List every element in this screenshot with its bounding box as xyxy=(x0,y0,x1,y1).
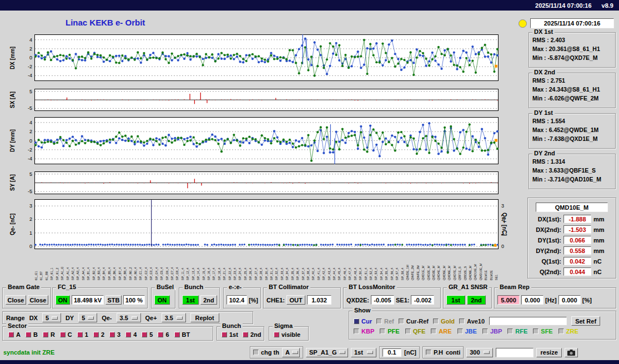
show-toggle-label: SFE xyxy=(541,328,552,335)
show-toggle-cur-ref[interactable]: Cur-Ref xyxy=(399,318,429,325)
svg-text:2: 2 xyxy=(29,46,32,52)
range-select-qe+[interactable]: 3.5 xyxy=(162,313,186,322)
show-toggle-jbe[interactable]: JBE xyxy=(457,328,477,335)
threshold-unit: [nC] xyxy=(404,349,416,356)
element-label: QXD7E_M xyxy=(453,250,456,280)
svg-text:-2: -2 xyxy=(28,64,32,69)
sector-checkbox-3[interactable]: 3 xyxy=(109,331,120,338)
show-toggle-label: KBP xyxy=(361,328,374,335)
show-toggle-pfe[interactable]: PFE xyxy=(380,328,399,335)
element-label: SP_A1_4 xyxy=(66,250,69,280)
sp-monitor-select[interactable]: SP_A1_G xyxy=(306,348,348,357)
plot-q[interactable]: 33221100 xyxy=(20,199,509,249)
sector-checkbox-label: 3 xyxy=(117,331,120,338)
sector-checkbox-a[interactable]: A xyxy=(8,331,21,338)
bunch-1st-button[interactable]: 1st xyxy=(182,295,199,305)
replot-button[interactable]: Replot xyxy=(190,313,219,322)
chg-th-label: chg th xyxy=(261,349,279,356)
show-toggle-kbp[interactable]: KBP xyxy=(354,328,374,335)
chg-th-checkbox[interactable]: chg th xyxy=(253,349,279,356)
axis-label-dy: DY [mm] xyxy=(8,117,17,164)
sector-checkbox-c[interactable]: C xyxy=(60,331,72,338)
mode-select[interactable]: A xyxy=(282,348,300,357)
axis-label-qe-plus: Qe+ [nC] xyxy=(500,199,508,249)
che1-out-button[interactable]: OUT xyxy=(286,295,305,305)
show-toggle-rfe[interactable]: RFE xyxy=(507,328,527,335)
fc15-stb-button[interactable]: STB xyxy=(105,295,122,305)
beam-gate-close-button-2[interactable]: Close xyxy=(28,295,48,305)
gr-a1-2nd-button[interactable]: 2nd xyxy=(467,295,486,305)
threshold-value[interactable]: 0.1 xyxy=(383,348,401,357)
sector-checkbox-2[interactable]: 2 xyxy=(93,331,104,338)
show-toggle-jbp[interactable]: JBP xyxy=(482,328,502,335)
show-toggle-qfe[interactable]: QFE xyxy=(405,328,426,335)
sector-checkbox-indicator xyxy=(8,332,14,337)
svg-text:-2: -2 xyxy=(28,147,32,153)
beam-gate-close-button-1[interactable]: Close xyxy=(6,295,26,305)
element-label: QXD6E_M xyxy=(447,250,451,280)
bunch-2nd-button[interactable]: 2nd xyxy=(200,295,217,305)
ref-name-input[interactable] xyxy=(489,317,567,325)
element-label: SP_C7_4 xyxy=(170,250,174,280)
status-message: syncdata init ZRE xyxy=(3,349,54,356)
range-label-qe-: Qe- xyxy=(102,315,112,321)
fc15-on-button[interactable]: ON xyxy=(56,295,70,305)
sector-checkbox-1[interactable]: 1 xyxy=(77,331,88,338)
show-toggle-ref[interactable]: Ref xyxy=(376,318,394,325)
show-toggle-ave10[interactable]: Ave10 xyxy=(459,318,485,325)
range-select-dx[interactable]: 5 xyxy=(42,313,61,322)
element-label: SP_11_4 xyxy=(181,250,184,280)
element-label: QXD5E_M xyxy=(442,250,446,280)
element-label: SP_33_4 xyxy=(280,250,284,280)
show-toggle-gold[interactable]: Gold xyxy=(433,318,455,325)
fc15-voltage-value: 18.498 kV xyxy=(72,295,104,305)
bunch-checkbox-2nd[interactable]: 2nd xyxy=(243,331,261,338)
show-toggle-are[interactable]: ARE xyxy=(431,328,451,335)
axis-label-sx: SX [A] xyxy=(8,89,17,111)
sector-checkbox-r[interactable]: R xyxy=(43,331,55,338)
element-label: QXD1E_M xyxy=(421,250,425,280)
bunch-order-select[interactable]: 1st xyxy=(351,348,376,357)
bunch-checkbox-1st[interactable]: 1st xyxy=(222,331,238,338)
show-toggle-label: PFE xyxy=(387,328,399,335)
sector-checkbox-4[interactable]: 4 xyxy=(125,331,137,338)
show-toggle-zre[interactable]: ZRE xyxy=(558,328,578,335)
element-name-axis: 61_G161_B761_B8SP_61_1SP_61_2SP_A1_GSP_A… xyxy=(34,250,499,280)
status-text-input[interactable] xyxy=(496,348,534,357)
ph-label: P.H xyxy=(434,349,443,356)
rep-count-select[interactable]: 300 xyxy=(466,348,493,357)
show-toggle-sfe[interactable]: SFE xyxy=(533,328,552,335)
ph-checkbox[interactable]: P.H xyxy=(426,349,443,356)
sector-checkbox-bt[interactable]: BT xyxy=(174,331,190,338)
beam-rep-actual-value: 0.000 xyxy=(521,295,543,305)
bunch-checkbox-indicator xyxy=(243,332,248,337)
plot-sx[interactable]: 5-5 xyxy=(20,89,509,111)
che1-label: CHE1: xyxy=(266,297,285,304)
axis-label-qe-minus: Qe- [nC] xyxy=(8,199,17,249)
camera-button[interactable] xyxy=(565,348,578,357)
element-label: SP_B8_4 xyxy=(123,250,127,280)
sector-checkbox-b[interactable]: B xyxy=(26,331,38,338)
plot-dx[interactable]: 420-2-4 xyxy=(20,34,509,81)
range-select-dy[interactable]: 5 xyxy=(78,313,97,322)
range-select-qe-[interactable]: 3.5 xyxy=(117,313,141,322)
range-label-qe+: Qe+ xyxy=(145,315,157,321)
sector-checkbox-indicator xyxy=(109,332,115,337)
resize-button[interactable]: resize xyxy=(536,348,562,357)
sigma-checkbox-visible[interactable]: visible xyxy=(274,331,300,338)
plot-dy[interactable]: 420-2-4 xyxy=(20,117,509,164)
set-ref-button[interactable]: Set Ref xyxy=(571,316,600,326)
element-label: SP_13_4 xyxy=(192,250,195,280)
svg-text:4: 4 xyxy=(29,120,32,125)
range-group: Range DX5DY5Qe-3.5Qe+3.5 Replot xyxy=(2,311,253,324)
stat-group-title: DY 2nd xyxy=(532,150,557,156)
gr-a1-1st-button[interactable]: 1st xyxy=(446,295,465,305)
element-label: SP_15_4 xyxy=(202,250,205,280)
sector-checkbox-6[interactable]: 6 xyxy=(158,331,169,338)
show-toggle-indicator xyxy=(354,318,359,324)
show-toggle-label: RFE xyxy=(515,328,527,335)
plot-sy[interactable]: 5-5 xyxy=(20,171,509,194)
busel-on-button[interactable]: ON xyxy=(154,295,170,305)
show-toggle-cur[interactable]: Cur xyxy=(354,318,372,325)
sector-checkbox-5[interactable]: 5 xyxy=(142,331,153,338)
